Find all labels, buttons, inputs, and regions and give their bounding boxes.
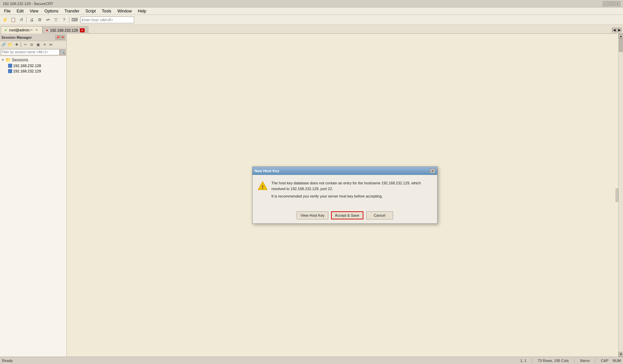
toolbar-reconnect-btn[interactable]: ↺	[18, 16, 25, 24]
session-cut-btn[interactable]: ✂	[22, 42, 28, 48]
tree-item-label-2: 192.168.232.129	[13, 69, 41, 73]
title-bar-controls: − □ ×	[603, 1, 620, 6]
tabs-nav: ◀ ▶	[612, 28, 623, 33]
menu-window[interactable]: Window	[115, 8, 135, 14]
session-sep	[21, 42, 21, 47]
dialog-text: The host key database does not contain a…	[271, 180, 433, 201]
tab-active-icon: ✔	[4, 28, 7, 32]
maximize-button[interactable]: □	[609, 1, 614, 6]
dialog-title: New Host Key	[255, 169, 279, 173]
folder-icon: 📁	[5, 57, 11, 62]
tab-label-1: root@admin:~	[9, 28, 33, 32]
main-layout: Session Manager 📌 ✕ 🔗 📁 ✚ ✂ ⧉ ▣ ✕ ≫ 🔍 ▼ …	[0, 34, 623, 357]
status-rows-cols: 73 Rows, 195 Cols	[538, 359, 569, 363]
toolbar-filter-btn[interactable]: ▽	[52, 16, 60, 24]
new-host-key-dialog: New Host Key ✕ ! The host key database d…	[252, 166, 438, 224]
status-row-col: 1, 1	[520, 359, 526, 363]
menu-view[interactable]: View	[27, 8, 41, 14]
session-filter-bar: 🔍	[0, 49, 66, 56]
session-icon-2	[8, 69, 12, 73]
accept-save-button[interactable]: Accept & Save	[331, 211, 363, 219]
terminal-area[interactable]: ▲ ▼ New Host Key ✕ !	[67, 34, 623, 357]
tabs-bar: ✔ root@admin:~ ✕ ● 192.168.232.129 ✕ ◀ ▶	[0, 25, 623, 34]
toolbar-sep-2	[69, 17, 69, 23]
toolbar-address-area	[80, 17, 134, 23]
view-host-key-button[interactable]: View Host Key	[297, 211, 328, 219]
toolbar-sep-1	[26, 17, 27, 23]
status-right: 1, 1 73 Rows, 195 Cols Xterm CAP NUM	[520, 358, 621, 363]
session-toolbar: 🔗 📁 ✚ ✂ ⧉ ▣ ✕ ≫	[0, 41, 66, 49]
dialog-message-line1: The host key database does not contain a…	[271, 180, 433, 191]
title-bar: 192.168.232.129 - SecureCRT − □ ×	[0, 0, 623, 7]
session-panel-title: Session Manager	[1, 35, 32, 39]
status-sep-3	[595, 358, 595, 363]
session-more-btn[interactable]: ≫	[48, 42, 54, 48]
session-folder-btn[interactable]: 📁	[7, 42, 13, 48]
session-tree: ▼ 📁 Sessions 192.168.232.128 192.168.232…	[0, 56, 66, 357]
tabs-nav-left[interactable]: ◀	[612, 28, 617, 32]
tab-label-2: 192.168.232.129	[50, 28, 78, 32]
session-panel-controls: 📌 ✕	[55, 35, 65, 40]
menu-options[interactable]: Options	[42, 8, 61, 14]
window-title: 192.168.232.129 - SecureCRT	[3, 2, 53, 6]
svg-text:!: !	[262, 184, 264, 190]
menu-file[interactable]: File	[1, 8, 13, 14]
tree-item-label-1: 192.168.232.128	[13, 64, 41, 68]
dialog-title-bar: New Host Key ✕	[253, 167, 437, 175]
dialog-footer: View Host Key Accept & Save Cancel	[253, 209, 437, 223]
menu-script[interactable]: Script	[83, 8, 98, 14]
tree-folder-label: Sessions	[12, 58, 28, 62]
dialog-message-line2: It is recommended you verify your server…	[271, 193, 433, 199]
toolbar-help-btn[interactable]: ?	[60, 16, 68, 24]
toolbar-connect-btn[interactable]: ⚡	[1, 16, 9, 24]
dialog-body: ! The host key database does not contain…	[253, 175, 437, 209]
menu-transfer[interactable]: Transfer	[62, 8, 82, 14]
menu-edit[interactable]: Edit	[14, 8, 26, 14]
session-panel-header: Session Manager 📌 ✕	[0, 34, 66, 41]
session-icon-1	[8, 64, 12, 68]
cancel-button[interactable]: Cancel	[366, 211, 393, 219]
tree-item-1[interactable]: 192.168.232.128	[0, 63, 66, 68]
session-filter-search-btn[interactable]: 🔍	[60, 49, 66, 55]
window-close-button[interactable]: ×	[615, 1, 620, 6]
tab-root-admin[interactable]: ✔ root@admin:~ ✕	[1, 26, 42, 34]
address-input[interactable]	[80, 17, 134, 23]
tab-close-1[interactable]: ✕	[35, 28, 39, 32]
dialog-message-row: ! The host key database does not contain…	[257, 180, 433, 201]
toolbar-settings-btn[interactable]: ⚙	[36, 16, 43, 24]
session-connect-btn[interactable]: 🔗	[1, 42, 7, 48]
session-delete-btn[interactable]: ✕	[41, 42, 48, 48]
session-panel: Session Manager 📌 ✕ 🔗 📁 ✚ ✂ ⧉ ▣ ✕ ≫ 🔍 ▼ …	[0, 34, 67, 357]
status-text: Ready	[2, 359, 520, 363]
toolbar: ⚡ 📋 ↺ 🖨 ⚙ ⇌ ▽ ? ⌨	[0, 15, 623, 25]
tab-192-168-232-129[interactable]: ● 192.168.232.129 ✕	[42, 26, 89, 34]
folder-arrow-icon: ▼	[1, 58, 4, 62]
status-cap: CAP	[601, 359, 609, 363]
status-bar: Ready 1, 1 73 Rows, 195 Cols Xterm CAP N…	[0, 357, 623, 364]
menu-help[interactable]: Help	[135, 8, 149, 14]
panel-pin-btn[interactable]: 📌	[55, 35, 60, 40]
toolbar-new-tab-btn[interactable]: 📋	[9, 16, 17, 24]
toolbar-keymap-btn[interactable]: ⌨	[71, 16, 78, 24]
toolbar-sftp-btn[interactable]: ⇌	[44, 16, 52, 24]
tab-red-icon: ●	[46, 28, 48, 32]
tab-close-2[interactable]: ✕	[80, 28, 85, 32]
panel-close-btn[interactable]: ✕	[60, 35, 65, 40]
status-sep-1	[532, 358, 532, 363]
session-rename-btn[interactable]: ▣	[35, 42, 41, 48]
dialog-close-button[interactable]: ✕	[430, 169, 435, 173]
session-new-btn[interactable]: ✚	[13, 42, 20, 48]
tree-item-2[interactable]: 192.168.232.129	[0, 68, 66, 74]
status-xterm: Xterm	[580, 359, 590, 363]
toolbar-print-btn[interactable]: 🖨	[28, 16, 35, 24]
session-filter-input[interactable]	[1, 49, 60, 55]
tree-folder-sessions[interactable]: ▼ 📁 Sessions	[0, 57, 66, 63]
dialog-overlay: New Host Key ✕ ! The host key database d…	[67, 34, 623, 357]
warning-icon: !	[257, 180, 268, 191]
minimize-button[interactable]: −	[603, 1, 608, 6]
session-copy-btn[interactable]: ⧉	[29, 42, 35, 48]
tabs-nav-right[interactable]: ▶	[617, 28, 622, 32]
menu-tools[interactable]: Tools	[99, 8, 114, 14]
menu-bar: File Edit View Options Transfer Script T…	[0, 7, 623, 15]
status-num: NUM	[613, 359, 621, 363]
